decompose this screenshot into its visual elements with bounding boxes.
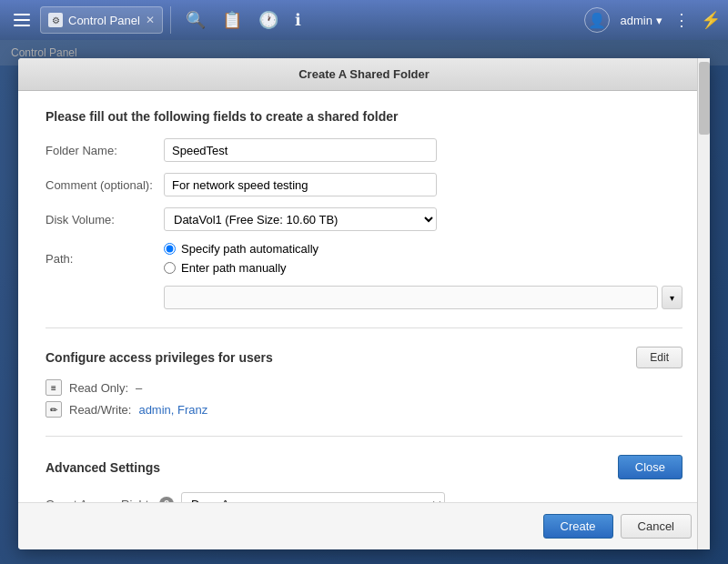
folder-name-input[interactable] <box>164 138 437 162</box>
tab-label: Control Panel <box>68 14 140 27</box>
edit-button[interactable]: Edit <box>636 347 682 368</box>
modal-wrapper: Create A Shared Folder Please fill out t… <box>18 58 710 549</box>
path-manual-radio[interactable] <box>164 262 176 274</box>
path-auto-label: Specify path automatically <box>181 242 318 256</box>
read-write-users-link[interactable]: admin, Franz <box>138 403 207 417</box>
scrollbar-thumb[interactable] <box>699 62 710 135</box>
access-section-title: Configure access privileges for users <box>46 350 273 365</box>
control-panel-tab-icon: ⚙ <box>48 13 63 27</box>
read-write-label: Read/Write: <box>69 403 131 417</box>
tab-close-button[interactable]: ✕ <box>146 14 155 26</box>
folder-name-label: Folder Name: <box>46 144 164 157</box>
section-divider-1 <box>46 327 682 328</box>
read-only-icon: ≡ <box>46 379 62 396</box>
hamburger-menu[interactable] <box>7 5 36 35</box>
read-only-value: – <box>136 381 142 395</box>
modal-body: Please fill out the following fields to … <box>18 91 710 502</box>
guest-access-select[interactable]: Deny Access Read Only Read/Write <box>181 492 445 502</box>
advanced-settings-header: Advanced Settings Close <box>46 455 682 479</box>
path-dropdown-button[interactable]: ▾ <box>662 286 682 309</box>
gauge-icon[interactable]: ⚡ <box>701 10 721 30</box>
path-text-input[interactable] <box>164 286 658 309</box>
admin-dropdown-icon: ▾ <box>656 14 662 27</box>
hamburger-icon <box>14 25 30 26</box>
clock-icon[interactable]: 🕐 <box>258 10 278 30</box>
disk-volume-row: Disk Volume: DataVol1 (Free Size: 10.60 … <box>46 207 682 231</box>
section-divider-2 <box>46 436 682 437</box>
modal-scrollbar[interactable] <box>697 58 710 549</box>
comment-label: Comment (optional): <box>46 178 164 192</box>
guest-access-row: Guest Access Right: ? Deny Access Read O… <box>46 492 682 502</box>
taskbar-right: 👤 admin ▾ ⋮ ⚡ <box>584 7 721 33</box>
cancel-button[interactable]: Cancel <box>621 514 692 539</box>
comment-control <box>164 173 437 196</box>
disk-volume-label: Disk Volume: <box>46 213 164 227</box>
desktop: Control Panel Create A Shared Folder Ple… <box>0 40 728 564</box>
read-write-icon: ✏ <box>46 401 62 418</box>
user-avatar-icon[interactable]: 👤 <box>584 7 610 33</box>
modal-header: Create A Shared Folder <box>18 58 710 91</box>
access-header: Configure access privileges for users Ed… <box>46 347 682 368</box>
path-row: Path: Specify path automatically Enter p… <box>46 242 682 275</box>
hamburger-icon <box>14 14 30 15</box>
folder-name-row: Folder Name: <box>46 138 682 162</box>
modal-intro: Please fill out the following fields to … <box>46 109 682 124</box>
hamburger-icon <box>14 19 30 21</box>
advanced-settings-title: Advanced Settings <box>46 460 160 475</box>
path-radio-group: Specify path automatically Enter path ma… <box>164 242 437 275</box>
taskbar-icon-group: 🔍 📋 🕐 ℹ <box>186 10 301 30</box>
admin-label: admin <box>621 14 652 27</box>
path-control: Specify path automatically Enter path ma… <box>164 242 437 275</box>
path-input-row: ▾ <box>164 286 682 309</box>
modal-footer: Create Cancel <box>18 502 710 549</box>
upload-icon[interactable]: 📋 <box>222 10 242 30</box>
read-only-label: Read Only: <box>69 381 128 395</box>
path-manual-radio-item[interactable]: Enter path manually <box>164 261 437 275</box>
create-shared-folder-modal: Create A Shared Folder Please fill out t… <box>18 58 710 549</box>
more-options-icon[interactable]: ⋮ <box>673 10 690 30</box>
gear-small-icon: ⚙ <box>52 15 60 25</box>
disk-volume-control: DataVol1 (Free Size: 10.60 TB) <box>164 207 437 231</box>
comment-input[interactable] <box>164 173 437 196</box>
taskbar: ⚙ Control Panel ✕ 🔍 📋 🕐 ℹ 👤 admin ▾ ⋮ ⚡ <box>0 0 728 40</box>
control-panel-tab[interactable]: ⚙ Control Panel ✕ <box>40 6 163 34</box>
info-icon[interactable]: ℹ <box>295 10 301 30</box>
path-label: Path: <box>46 252 164 266</box>
path-auto-radio-item[interactable]: Specify path automatically <box>164 242 437 256</box>
disk-volume-select[interactable]: DataVol1 (Free Size: 10.60 TB) <box>164 207 437 231</box>
path-manual-label: Enter path manually <box>181 261 287 275</box>
read-write-row: ✏ Read/Write: admin, Franz <box>46 401 682 418</box>
comment-row: Comment (optional): <box>46 173 682 196</box>
close-button[interactable]: Close <box>618 455 682 479</box>
read-only-row: ≡ Read Only: – <box>46 379 682 396</box>
modal-overlay: Create A Shared Folder Please fill out t… <box>0 40 728 564</box>
taskbar-separator <box>170 6 171 34</box>
search-icon[interactable]: 🔍 <box>186 10 206 30</box>
folder-name-control <box>164 138 437 162</box>
admin-menu-button[interactable]: admin ▾ <box>621 14 662 27</box>
create-button[interactable]: Create <box>543 514 613 539</box>
path-auto-radio[interactable] <box>164 243 176 255</box>
modal-title: Create A Shared Folder <box>298 67 430 81</box>
